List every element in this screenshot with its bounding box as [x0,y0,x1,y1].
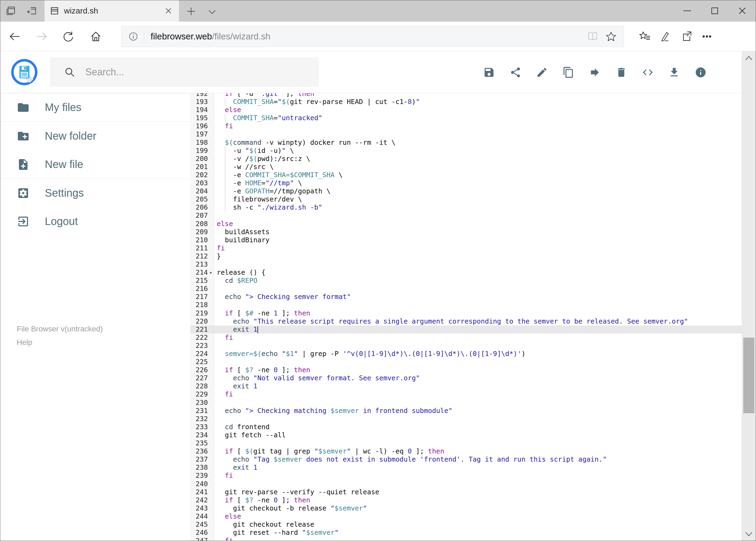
browser-tab-wizard-sh[interactable]: wizard.sh [45,0,179,22]
forward-icon[interactable] [36,31,48,42]
share-button[interactable] [510,66,521,78]
sidebar-item-new-file[interactable]: New file [0,150,190,179]
code-line[interactable]: 208else [190,220,742,228]
home-icon[interactable] [90,31,102,42]
code-line[interactable]: 245 git checkout release [190,520,742,529]
edit-button[interactable] [536,66,548,78]
maximize-button[interactable] [701,0,728,22]
scroll-down-icon[interactable] [745,531,753,538]
filebrowser-logo[interactable] [11,59,38,86]
code-line[interactable]: 207 [190,212,742,220]
code-line[interactable]: 209 buildAssets [190,228,742,236]
favorite-star-icon[interactable] [606,31,617,42]
code-line[interactable]: 225 [190,358,742,366]
code-line[interactable]: 247 fi [190,537,742,541]
page-scrollbar[interactable] [742,51,756,541]
move-button[interactable] [589,66,601,78]
tab-preview-chevron-icon[interactable] [207,7,217,16]
code-line[interactable]: 213 [190,261,742,269]
code-line[interactable]: 223 [190,342,742,350]
code-line[interactable]: 205 filebrowser/dev \ [190,195,742,204]
code-line[interactable]: 193 COMMIT_SHA="$(git rev-parse HEAD | c… [190,98,742,106]
code-line[interactable]: 241 git rev-parse --verify --quiet relea… [190,488,742,496]
delete-button[interactable] [616,66,627,78]
reading-view-icon[interactable] [587,31,599,42]
refresh-icon[interactable] [62,31,74,42]
help-link[interactable]: Help [17,338,190,347]
download-button[interactable] [668,66,680,78]
sidebar-item-logout[interactable]: Logout [0,207,190,236]
code-line[interactable]: 226 if [ $? -ne 0 ]; then [190,366,742,374]
code-line[interactable]: 215 cd $REPO [190,276,742,285]
url-field[interactable]: filebrowser.web/files/wizard.sh [122,26,624,47]
code-line[interactable]: 229 fi [190,390,742,398]
code-line[interactable]: 216 [190,285,742,293]
code-line[interactable]: 211fi [190,244,742,252]
set-tabs-aside-icon[interactable] [26,5,38,17]
tab-close-icon[interactable] [164,6,173,15]
code-line[interactable]: 240 [190,480,742,488]
code-line[interactable]: 235 [190,439,742,447]
code-line[interactable]: 204 -e GOPATH=//tmp/gopath \ [190,187,742,195]
search-box[interactable] [50,58,319,87]
sidebar-item-new-folder[interactable]: New folder [0,122,190,150]
code-line[interactable]: 195 COMMIT_SHA="untracked" [190,114,742,122]
code-line[interactable]: 233 cd frontend [190,423,742,431]
sidebar-item-settings[interactable]: Settings [0,179,190,207]
code-editor[interactable]: 192 if [ -d ".git" ]; then193 COMMIT_SHA… [190,93,742,541]
code-line[interactable]: 228 exit 1 [190,382,742,390]
code-line[interactable]: 203 -e HOME="//tmp" \ [190,179,742,187]
close-button[interactable] [728,0,756,22]
code-line[interactable]: 236 if [ $(git tag | grep "$semver" | wc… [190,447,742,455]
new-tab-button[interactable] [186,6,196,17]
share-icon[interactable] [680,30,692,43]
code-line[interactable]: 197 [190,130,742,138]
code-line[interactable]: 192 if [ -d ".git" ]; then [190,93,742,98]
scroll-up-icon[interactable] [745,55,753,62]
code-line[interactable]: 234 git fetch --all [190,431,742,439]
code-line[interactable]: 232 [190,415,742,423]
code-line[interactable]: 227 echo "Not valid semver format. See s… [190,374,742,382]
code-line[interactable]: 198 $(command -v winpty) docker run --rm… [190,139,742,147]
code-line[interactable]: 196 fi [190,122,742,130]
code-line[interactable]: 219 if [ $# -ne 1 ]; then [190,309,742,317]
code-line[interactable]: 246 git reset --hard "$semver" [190,529,742,537]
code-line[interactable]: 237 echo "Tag $semver does not exist in … [190,455,742,463]
copy-button[interactable] [563,66,574,78]
url-text[interactable]: filebrowser.web/files/wizard.sh [150,31,270,42]
tabs-preview-icon[interactable] [5,5,17,17]
code-line[interactable]: 201 -w //src \ [190,163,742,171]
sidebar-item-my-files[interactable]: My files [0,93,190,122]
code-line[interactable]: 244 else [190,512,742,520]
code-line[interactable]: 230 [190,399,742,407]
code-line[interactable]: 217 echo "> Checking semver format" [190,293,742,301]
code-line[interactable]: 212} [190,252,742,261]
save-button[interactable] [483,66,495,78]
code-line[interactable]: 214▾release () { [190,269,742,276]
info-button[interactable] [695,66,707,78]
code-line[interactable]: 239 fi [190,472,742,480]
site-info-icon[interactable] [127,31,139,42]
code-line[interactable]: 202 -e COMMIT_SHA=$COMMIT_SHA \ [190,171,742,179]
hub-favorites-icon[interactable] [638,30,651,43]
code-line[interactable]: 222 fi [190,333,742,342]
code-line[interactable]: 242 if [ $? -ne 0 ]; then [190,496,742,504]
code-line[interactable]: 218 [190,301,742,309]
code-line[interactable]: 238 exit 1 [190,463,742,472]
code-line[interactable]: 231 echo "> Checking matching $semver in… [190,407,742,415]
annotate-pen-icon[interactable] [658,30,671,43]
code-line[interactable]: 206 sh -c "./wizard.sh -b" [190,204,742,212]
code-line[interactable]: 221 exit 1 [190,325,742,333]
scrollbar-thumb[interactable] [743,337,754,413]
code-line[interactable]: 224 semver=$(echo "$1" | grep -P '^v(0|[… [190,350,742,358]
back-icon[interactable] [9,31,21,42]
minimize-button[interactable] [673,0,701,22]
more-ellipsis-icon[interactable] [701,30,713,43]
code-line[interactable]: 199 -u "$(id -u)" \ [190,147,742,155]
code-line[interactable]: 200 -v /$(pwd):/src:z \ [190,155,742,163]
code-line[interactable]: 194 else [190,106,742,114]
code-line[interactable]: 243 git checkout -b release "$semver" [190,504,742,512]
code-line[interactable]: 210 buildBinary [190,236,742,244]
search-input[interactable] [85,66,301,78]
raw-editor-button[interactable] [642,66,654,78]
